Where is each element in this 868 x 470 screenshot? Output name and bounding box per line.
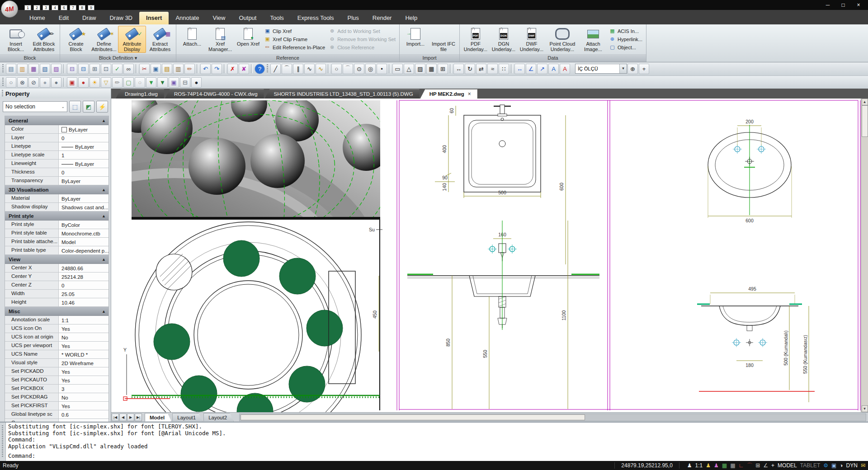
acis-in-icon[interactable]: ▧: [40, 64, 50, 74]
save-file-icon[interactable]: ▦: [28, 64, 39, 74]
define-attributes-button[interactable]: ✶ Define Attributes...: [90, 26, 118, 53]
property-value[interactable]: ByLayer: [59, 142, 108, 150]
layout-tab-model[interactable]: Model: [145, 413, 171, 422]
table-icon[interactable]: ⊞: [438, 64, 448, 74]
ellipse-icon[interactable]: ◎: [365, 64, 376, 74]
layout-tab-layout2[interactable]: Layout2: [203, 413, 234, 422]
horizontal-scroll-thumb[interactable]: [241, 414, 585, 420]
annotation-scale-value[interactable]: 1:1: [695, 462, 703, 469]
undo-icon[interactable]: ↶: [200, 64, 211, 74]
toolbar-grip[interactable]: [2, 78, 4, 87]
collapse-icon[interactable]: ▲: [102, 118, 106, 123]
extract-attributes-button[interactable]: ▦ Extract Attributes: [146, 26, 174, 53]
xref-manager-button[interactable]: ∩▤ Xref Manager...: [206, 26, 234, 53]
property-value[interactable]: Shadows cast and...: [59, 203, 108, 211]
property-value[interactable]: 25214.28: [59, 273, 108, 281]
select-objects-button[interactable]: ⬚: [69, 101, 81, 113]
property-value[interactable]: * WORLD *: [59, 350, 108, 358]
property-value[interactable]: 10.46: [59, 298, 108, 306]
dgn-underlay-button[interactable]: ∩DGN DGN Underlay...: [490, 26, 518, 53]
property-value[interactable]: 1: [59, 151, 108, 159]
property-value[interactable]: 3: [59, 385, 108, 393]
property-value[interactable]: 1:1: [59, 316, 108, 324]
match-properties-icon[interactable]: ✏: [184, 64, 195, 74]
command-prompt[interactable]: Command:: [8, 452, 868, 459]
property-value[interactable]: ByColor: [59, 221, 108, 229]
property-value[interactable]: 0: [59, 281, 108, 289]
command-window-grip[interactable]: [0, 423, 6, 461]
scroll-up-icon[interactable]: ▲: [862, 99, 868, 105]
close-button[interactable]: ×: [851, 0, 866, 10]
scroll-down-icon[interactable]: ▼: [862, 405, 868, 412]
background-icon[interactable]: ▢: [123, 77, 134, 88]
dimension-style-combobox[interactable]: İÇ ÖLÇÜ▾: [575, 64, 627, 74]
property-value[interactable]: 2D Wireframe: [59, 359, 108, 367]
menu-tab-annotate[interactable]: Annotate: [169, 12, 206, 24]
close-tab-icon[interactable]: ×: [468, 89, 471, 99]
acis-out-icon[interactable]: ▨: [51, 64, 61, 74]
menu-tab-home[interactable]: Home: [23, 12, 52, 24]
rectangle-icon[interactable]: ▭: [392, 64, 403, 74]
attach-xref-button[interactable]: ∩ Attach...: [178, 26, 206, 47]
property-value[interactable]: No: [59, 393, 108, 401]
collapse-icon[interactable]: ▲: [102, 257, 106, 262]
collapse-icon[interactable]: ▲: [102, 214, 106, 218]
property-value[interactable]: Yes: [59, 324, 108, 333]
circle-cross-icon[interactable]: ⊗: [17, 77, 28, 88]
collapse-icon[interactable]: ▲: [102, 309, 106, 314]
dim-angular-icon[interactable]: ∠: [526, 64, 536, 74]
materials-icon[interactable]: ▣: [67, 77, 77, 88]
menu-tab-express-tools[interactable]: Express Tools: [291, 12, 341, 24]
mirror-icon[interactable]: ⇄: [476, 64, 486, 74]
property-filter-button[interactable]: ⚡: [96, 101, 108, 113]
property-value[interactable]: ByLayer: [59, 125, 108, 133]
dwf-underlay-button[interactable]: ∩DWF DWF Underlay...: [518, 26, 546, 53]
erase-icon[interactable]: ✗: [227, 64, 238, 74]
circle-slash-icon[interactable]: ⊘: [28, 77, 39, 88]
find-icon[interactable]: ∞: [123, 64, 134, 74]
open-xref-button[interactable]: ∩● Open Xref: [234, 26, 262, 47]
crosshair-icon[interactable]: +: [771, 461, 774, 470]
edit-reference-inplace-button[interactable]: ✏ Edit Reference In-Place: [264, 44, 325, 51]
attribute-display-button[interactable]: ✓ Attribute Display: [118, 26, 146, 53]
lineweight-icon[interactable]: ◑: [840, 461, 843, 470]
document-tab[interactable]: ROS-74P14-DWG-4000 - CWX.dwg: [165, 89, 264, 99]
annotation-auto-icon[interactable]: ♟: [714, 461, 719, 470]
model-space-toggle[interactable]: MODEL: [778, 462, 797, 469]
leader-icon[interactable]: ↗: [537, 64, 547, 74]
property-value[interactable]: Yes: [59, 367, 108, 376]
property-value[interactable]: 0: [59, 134, 108, 142]
property-value[interactable]: Yes: [59, 376, 108, 384]
property-section-misc[interactable]: Misc▲: [5, 307, 108, 316]
text-style-icon[interactable]: A: [548, 64, 559, 74]
material-mapping-icon[interactable]: ●: [78, 77, 89, 88]
property-value[interactable]: No: [59, 333, 108, 341]
text-color-icon[interactable]: A: [560, 64, 570, 74]
circle-icon[interactable]: ○: [331, 64, 342, 74]
point-cloud-underlay-button[interactable]: Point Cloud Underlay...: [546, 26, 579, 53]
selection-dropdown[interactable]: No selection ⌄: [3, 101, 67, 112]
render-sphere-icon[interactable]: ○: [135, 77, 145, 88]
property-section-print-style[interactable]: Print style▲: [5, 212, 108, 221]
document-tab[interactable]: HP MEK2.dwg×: [420, 89, 477, 99]
render-region-icon[interactable]: ▼: [157, 77, 168, 88]
next-tab-button[interactable]: ▶: [127, 414, 134, 421]
property-value[interactable]: Yes: [59, 342, 108, 350]
spline-icon[interactable]: ∿: [316, 64, 326, 74]
paste-icon[interactable]: ▤: [162, 64, 172, 74]
paste-special-icon[interactable]: ▥: [173, 64, 184, 74]
menu-tab-plus[interactable]: Plus: [341, 12, 366, 24]
zoom-in-icon[interactable]: ⊕: [627, 64, 638, 74]
property-value[interactable]: ByLayer: [59, 177, 108, 185]
document-tab[interactable]: SHORTS INDUSTRIES LTD_13438_STD_1.00113 …: [265, 89, 420, 99]
menu-tab-tools[interactable]: Tools: [263, 12, 290, 24]
document-tab[interactable]: Drawing1.dwg: [116, 89, 164, 99]
maximize-button[interactable]: □: [835, 0, 851, 10]
hyperlink-button[interactable]: ⊕ Hyperlink...: [609, 36, 642, 42]
minimize-button[interactable]: ─: [820, 0, 835, 10]
property-value[interactable]: Model: [59, 238, 108, 246]
edit-block-attributes-button[interactable]: ✏ Edit Block Attributes: [30, 26, 58, 53]
mail-icon[interactable]: ✉: [861, 461, 865, 470]
annotation-visibility-icon[interactable]: ♟: [706, 461, 711, 470]
menu-tab-render[interactable]: Render: [366, 12, 399, 24]
